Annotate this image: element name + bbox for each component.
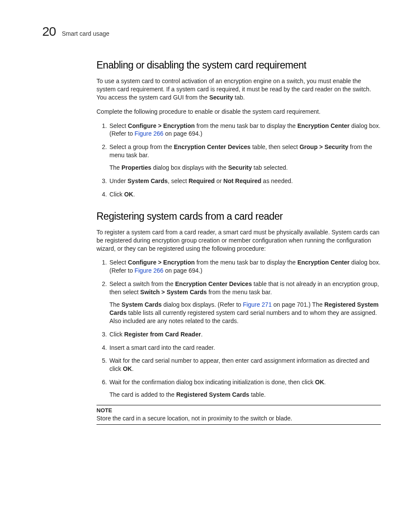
text: Wait for the card serial number to appea… (109, 357, 369, 372)
button-name: OK (315, 379, 324, 386)
note-label: NOTE (97, 407, 381, 414)
option-name: Not Required (224, 177, 262, 184)
text: table lists all currently registered sys… (109, 309, 377, 324)
text: . (132, 365, 134, 372)
text: . (133, 191, 135, 198)
dialog-name: System Cards (121, 301, 162, 308)
menu-path: Configure > Encryption (128, 122, 195, 129)
text: Select a switch from the (109, 280, 175, 287)
button-name: OK (123, 365, 132, 372)
menu-path: Configure > Encryption (128, 259, 195, 266)
option-name: Required (189, 177, 215, 184)
text: Select a group from the (109, 143, 174, 150)
dialog-name: Properties (121, 164, 151, 171)
security-tab-label: Security (209, 94, 233, 101)
text: Select (109, 259, 128, 266)
text: The card is added to the (109, 391, 176, 398)
text: table. (249, 391, 266, 398)
text: from the menu task bar. (207, 289, 272, 296)
button-name: Register from Card Reader (124, 331, 201, 338)
section-heading-enable: Enabling or disabling the system card re… (97, 59, 381, 71)
menu-path: Switch > System Cards (140, 289, 207, 296)
text: Select (109, 122, 128, 129)
chapter-title: Smart card usage (62, 30, 109, 37)
text: from the menu task bar to display the (195, 259, 297, 266)
step-2: Select a switch from the Encryption Cent… (109, 280, 381, 325)
text: dialog box displays. (Refer to (162, 301, 243, 308)
figure-link[interactable]: Figure 271 (243, 301, 272, 308)
figure-link[interactable]: Figure 266 (134, 130, 163, 137)
step-3: Click Register from Card Reader. (109, 330, 381, 339)
chapter-number: 20 (42, 25, 56, 38)
button-name: OK (124, 191, 133, 198)
text: Wait for the confirmation dialog box ind… (109, 379, 315, 386)
table-name: Encryption Center Devices (174, 143, 250, 150)
text: , select (168, 177, 188, 184)
tab-name: Security (228, 164, 252, 171)
text: tab selected. (252, 164, 288, 171)
figure-link[interactable]: Figure 266 (134, 267, 163, 274)
step-4: Click OK. (109, 190, 381, 199)
text: The (109, 164, 121, 171)
text: on page 694.) (163, 130, 202, 137)
text: table, then select (251, 143, 300, 150)
lead-paragraph: Complete the following procedure to enab… (97, 108, 381, 116)
section-heading-register: Registering system cards from a card rea… (97, 211, 381, 222)
text: dialog box displays with the (151, 164, 228, 171)
text: tab. (233, 94, 245, 101)
running-head: 20 Smart card usage (42, 25, 377, 38)
text: . (201, 331, 202, 338)
step-6: Wait for the confirmation dialog box ind… (109, 378, 381, 399)
step-2: Select a group from the Encryption Cente… (109, 143, 381, 172)
dialog-name: Encryption Center (297, 259, 349, 266)
text: Click (109, 191, 124, 198)
step-6-followup: The card is added to the Registered Syst… (109, 391, 381, 399)
text: Under (109, 177, 128, 184)
text: or (215, 177, 223, 184)
step-2-followup: The System Cards dialog box displays. (R… (109, 301, 381, 325)
procedure-steps-1: Select Configure > Encryption from the m… (97, 122, 381, 199)
dialog-name: Encryption Center (297, 122, 349, 129)
intro-paragraph: To use a system card to control activati… (97, 77, 381, 102)
step-5: Wait for the card serial number to appea… (109, 357, 381, 373)
text: on page 701.) The (272, 301, 324, 308)
step-1: Select Configure > Encryption from the m… (109, 258, 381, 275)
field-name: System Cards (128, 177, 168, 184)
page: 20 Smart card usage Enabling or disablin… (0, 0, 411, 532)
menu-path: Group > Security (299, 143, 348, 150)
text: . (324, 379, 326, 386)
main-content: Enabling or disabling the system card re… (97, 59, 381, 425)
table-name: Registered System Cards (176, 391, 249, 398)
step-2-followup: The Properties dialog box displays with … (109, 164, 381, 172)
procedure-steps-2: Select Configure > Encryption from the m… (97, 258, 381, 399)
note-rule-bottom (97, 424, 381, 425)
intro-paragraph-2: To register a system card from a card re… (97, 228, 381, 253)
note-rule-top (97, 405, 381, 405)
note-body: Store the card in a secure location, not… (97, 414, 381, 423)
text: as needed. (261, 177, 293, 184)
text: The (109, 301, 121, 308)
step-4: Insert a smart card into the card reader… (109, 344, 381, 352)
text: Click (109, 331, 124, 338)
table-name: Encryption Center Devices (175, 280, 252, 287)
step-1: Select Configure > Encryption from the m… (109, 122, 381, 138)
text: on page 694.) (163, 267, 202, 274)
step-3: Under System Cards, select Required or N… (109, 177, 381, 185)
text: from the menu task bar to display the (195, 122, 297, 129)
